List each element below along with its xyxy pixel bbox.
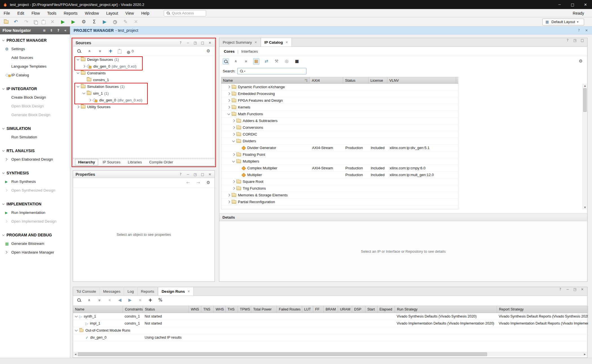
help-icon[interactable]: ? xyxy=(558,287,562,291)
source-tree-item-constraints[interactable]: Constraints xyxy=(73,70,215,76)
stop-icon[interactable]: ■ xyxy=(294,58,300,65)
column-header-failed-routes[interactable]: Failed Routes xyxy=(277,306,302,313)
step-last-icon[interactable]: » xyxy=(137,297,143,303)
chevron-down-icon[interactable] xyxy=(232,159,235,162)
flownav-item-open-elaborated-design[interactable]: Open Elaborated Design xyxy=(0,155,70,164)
report-icon[interactable] xyxy=(118,49,121,53)
column-header-constraints[interactable]: Constraints xyxy=(123,306,143,313)
column-header-name[interactable]: Name^1 xyxy=(221,77,310,83)
help-icon[interactable]: ? xyxy=(178,172,183,176)
flownav-section-simulation[interactable]: SIMULATION xyxy=(0,124,70,133)
undo-icon[interactable]: ↶ xyxy=(13,19,19,25)
flownav-section-program-and-debug[interactable]: PROGRAM AND DEBUG xyxy=(0,231,70,239)
close-icon[interactable]: ✕ xyxy=(255,41,257,44)
menu-window[interactable]: Window xyxy=(81,9,103,17)
column-header-bram[interactable]: BRAM xyxy=(324,306,338,313)
catalog-row-multiplier[interactable]: MultiplierProductionIncludedxilinx.com:i… xyxy=(221,172,458,178)
play-report-icon[interactable]: ▶ xyxy=(101,19,108,25)
minimize-button[interactable]: ─ xyxy=(553,0,566,9)
catalog-row-dividers[interactable]: Dividers xyxy=(221,138,458,145)
run-row-out-of-context-module-runs[interactable]: Out-of-Context Module Runs xyxy=(73,327,587,334)
run-icon[interactable]: ▶ xyxy=(60,19,66,25)
help-icon[interactable]: ? xyxy=(178,41,183,45)
tab-ip-catalog[interactable]: IP Catalog✕ xyxy=(261,38,292,46)
chevron-down-icon[interactable] xyxy=(75,315,78,318)
catalog-row-trig-functions[interactable]: Trig Functions xyxy=(221,185,458,192)
menu-view[interactable]: View xyxy=(122,9,138,17)
column-header-start[interactable]: Start xyxy=(365,306,377,313)
column-header-dsp[interactable]: DSP xyxy=(352,306,365,313)
vertical-scrollbar[interactable]: ▲ ▼ xyxy=(583,84,587,209)
forward-icon[interactable]: → xyxy=(195,180,201,186)
run-row-div-gen-0[interactable]: ✓div_gen_0Using cached IP results xyxy=(73,334,587,341)
scrollbar-thumb[interactable] xyxy=(583,88,587,112)
maximize-icon[interactable]: □ xyxy=(580,38,584,42)
flownav-section-project-manager[interactable]: PROJECT MANAGER xyxy=(0,36,70,45)
close-icon[interactable]: ✕ xyxy=(286,41,288,44)
properties-panel-header[interactable]: Properties ?−◳□✕ xyxy=(73,171,215,178)
catalog-row-partial-reconfiguration[interactable]: Partial Reconfiguration xyxy=(221,199,458,205)
catalog-row-dynamic-function-exchange[interactable]: Dynamic Function eXchange xyxy=(221,84,458,90)
flownav-section-ip-integrator[interactable]: IP INTEGRATOR xyxy=(0,85,70,93)
catalog-row-cordic[interactable]: CORDIC xyxy=(221,131,458,138)
percent-icon[interactable]: % xyxy=(157,297,164,303)
flownav-section-rtl-analysis[interactable]: RTL ANALYSIS xyxy=(0,147,70,155)
chevron-right-icon[interactable] xyxy=(227,92,230,95)
search-icon[interactable] xyxy=(76,297,82,303)
view-cores[interactable]: Cores xyxy=(224,49,235,54)
minimize-icon[interactable]: − xyxy=(566,287,570,291)
scroll-up-arrow[interactable]: ▲ xyxy=(583,84,587,88)
sum-icon[interactable]: Σ xyxy=(91,19,97,25)
view-interfaces[interactable]: Interfaces xyxy=(241,49,258,54)
column-header-uram[interactable]: URAM xyxy=(338,306,352,313)
group-by-icon[interactable]: ▦ xyxy=(253,58,259,65)
details-header[interactable]: Details xyxy=(219,214,587,221)
step-prev-icon[interactable]: ◀ xyxy=(117,297,123,303)
help-icon[interactable]: ? xyxy=(566,38,570,42)
layout-selector[interactable]: ▦ Default Layout ▾ xyxy=(542,19,584,25)
menu-file[interactable]: File xyxy=(0,9,14,17)
close-icon[interactable]: ✕ xyxy=(208,172,212,176)
chevron-down-icon[interactable] xyxy=(77,58,79,61)
chevron-right-icon[interactable] xyxy=(89,99,91,101)
chevron-right-icon[interactable] xyxy=(227,106,230,109)
chevron-right-icon[interactable] xyxy=(227,86,230,88)
sources-tab-ip-sources[interactable]: IP Sources xyxy=(100,159,123,165)
menu-layout[interactable]: Layout xyxy=(103,9,122,17)
chevron-right-icon[interactable] xyxy=(227,194,230,197)
column-header-run-strategy[interactable]: Run Strategy xyxy=(395,306,497,313)
close-button[interactable]: ✕ xyxy=(579,0,592,9)
chevron-down-icon[interactable] xyxy=(83,92,85,94)
flownav-item-open-implemented-design[interactable]: Open Implemented Design xyxy=(0,217,70,226)
flownav-item-open-hardware-manager[interactable]: Open Hardware Manager xyxy=(0,248,70,257)
column-header-elapsed[interactable]: Elapsed xyxy=(377,306,395,313)
tab-project-summary[interactable]: Project Summary✕ xyxy=(219,38,261,46)
run-steps-icon[interactable]: ▶ xyxy=(70,19,76,25)
column-header-vlnv[interactable]: VLNV xyxy=(387,77,456,83)
chevron-right-icon[interactable] xyxy=(232,187,235,190)
chevron-down-icon[interactable] xyxy=(77,71,79,74)
menu-edit[interactable]: Edit xyxy=(14,9,28,17)
menu-reports[interactable]: Reports xyxy=(60,9,81,17)
quick-access-search[interactable]: Quick Access xyxy=(164,10,206,16)
source-tree-item-utility-sources[interactable]: Utility Sources xyxy=(73,103,215,110)
tab-reports[interactable]: Reports xyxy=(138,287,158,296)
minimize-icon[interactable]: − xyxy=(186,41,190,45)
settings-gear-icon[interactable]: ⚙ xyxy=(578,58,584,65)
menu-flow[interactable]: Flow xyxy=(28,9,44,17)
expand-icon[interactable]: ⇕ xyxy=(49,28,53,32)
run-row-synth-1[interactable]: ▷synth_1constrs_1Not startedVivado Synth… xyxy=(73,313,587,320)
chevron-right-icon[interactable] xyxy=(232,153,235,156)
flownav-item-add-sources[interactable]: Add Sources xyxy=(0,53,70,62)
scrollbar-thumb[interactable] xyxy=(78,352,487,356)
close-icon[interactable]: ✕ xyxy=(187,290,190,293)
sources-panel-header[interactable]: Sources ?−◳□✕ xyxy=(73,39,215,46)
chevron-right-icon[interactable] xyxy=(232,180,235,183)
catalog-row-square-root[interactable]: Square Root xyxy=(221,178,458,185)
source-tree-item-div-gen-0[interactable]: div_gen_0(div_gen_0.xci) xyxy=(73,63,215,70)
column-header-whs[interactable]: WHS xyxy=(214,306,226,313)
flownav-section-synthesis[interactable]: SYNTHESIS xyxy=(0,169,70,177)
catalog-row-memories-storage-elements[interactable]: Memories & Storage Elements xyxy=(221,192,458,199)
chevron-right-icon[interactable] xyxy=(77,105,79,108)
create-run-icon[interactable]: + xyxy=(147,297,153,303)
